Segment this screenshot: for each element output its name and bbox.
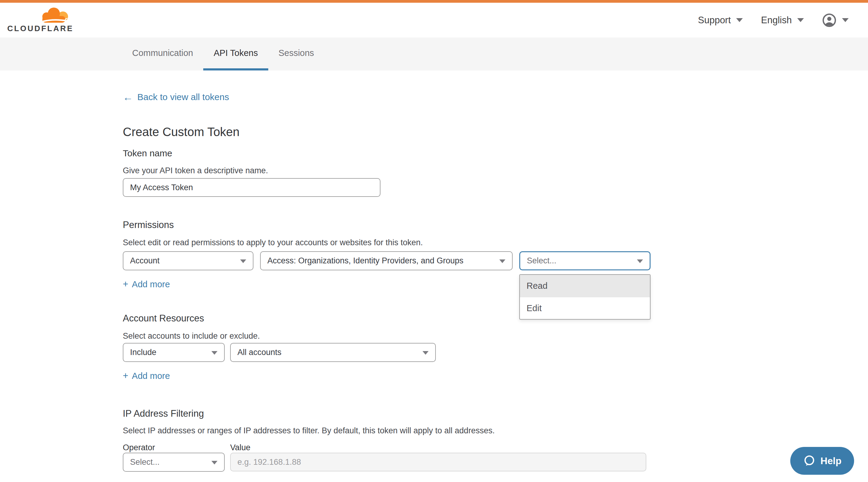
main-content: ← Back to view all tokens Create Custom … xyxy=(0,70,665,472)
ip-filtering-row: Select... xyxy=(123,453,665,472)
permission-group-select[interactable]: Access: Organizations, Identity Provider… xyxy=(260,251,513,270)
access-level-dropdown: Select... Read Edit xyxy=(519,251,651,270)
back-link-label: Back to view all tokens xyxy=(137,92,229,102)
account-resources-add-more-link[interactable]: + Add more xyxy=(123,371,170,381)
chevron-down-icon xyxy=(797,18,804,22)
header: CLOUDFLARE Support English xyxy=(0,3,868,37)
chevron-down-icon xyxy=(211,461,217,464)
tab-communication[interactable]: Communication xyxy=(122,37,203,70)
add-more-label: Add more xyxy=(132,279,170,290)
help-button-label: Help xyxy=(820,455,841,467)
speech-bubble-icon xyxy=(803,454,816,467)
token-name-heading: Token name xyxy=(123,148,665,159)
cloudflare-logo[interactable]: CLOUDFLARE xyxy=(7,7,73,33)
ip-filtering-description: Select IP addresses or ranges of IP addr… xyxy=(123,425,665,436)
chevron-down-icon xyxy=(423,351,429,355)
chevron-down-icon xyxy=(637,259,643,263)
include-exclude-select[interactable]: Include xyxy=(123,343,225,362)
permissions-row: Account Access: Organizations, Identity … xyxy=(123,251,665,270)
language-label: English xyxy=(761,15,792,26)
cloudflare-cloud-icon xyxy=(39,7,70,23)
permissions-description: Select edit or read permissions to apply… xyxy=(123,237,665,248)
access-level-select[interactable]: Select... xyxy=(519,251,651,270)
help-button[interactable]: Help xyxy=(790,447,854,475)
token-name-description: Give your API token a descriptive name. xyxy=(123,165,665,176)
page-title: Create Custom Token xyxy=(123,125,665,139)
operator-value: Select... xyxy=(130,457,160,467)
permission-scope-select[interactable]: Account xyxy=(123,251,253,270)
token-name-input[interactable] xyxy=(123,178,380,197)
account-resources-row: Include All accounts xyxy=(123,343,665,362)
ip-filtering-labels: Operator Value xyxy=(123,442,665,453)
menu-option-edit[interactable]: Edit xyxy=(520,297,650,319)
support-label: Support xyxy=(698,15,731,26)
accounts-value: All accounts xyxy=(238,348,282,357)
chevron-down-icon xyxy=(211,351,217,355)
logo-wordmark: CLOUDFLARE xyxy=(7,24,73,33)
top-accent-bar xyxy=(0,0,868,3)
back-to-tokens-link[interactable]: ← Back to view all tokens xyxy=(123,92,665,102)
ip-filtering-heading: IP Address Filtering xyxy=(123,408,665,419)
plus-icon: + xyxy=(123,371,128,381)
add-more-label: Add more xyxy=(132,371,170,381)
permissions-heading: Permissions xyxy=(123,219,665,231)
tab-bar: Communication API Tokens Sessions xyxy=(0,37,868,70)
value-label: Value xyxy=(230,442,250,453)
access-level-menu: Read Edit xyxy=(519,274,651,320)
ip-value-input[interactable] xyxy=(230,453,646,472)
support-menu[interactable]: Support xyxy=(698,15,743,26)
operator-select[interactable]: Select... xyxy=(123,453,225,472)
header-actions: Support English xyxy=(698,13,849,28)
chevron-down-icon xyxy=(240,259,246,263)
menu-option-read[interactable]: Read xyxy=(520,275,650,297)
operator-label: Operator xyxy=(123,442,225,453)
access-level-value: Select... xyxy=(527,256,557,265)
tab-sessions[interactable]: Sessions xyxy=(268,37,324,70)
permissions-add-more-link[interactable]: + Add more xyxy=(123,279,170,290)
left-arrow-icon: ← xyxy=(123,92,133,102)
plus-icon: + xyxy=(123,279,128,290)
language-menu[interactable]: English xyxy=(761,15,804,26)
accounts-select[interactable]: All accounts xyxy=(230,343,436,362)
include-exclude-value: Include xyxy=(130,348,156,357)
account-resources-description: Select accounts to include or exclude. xyxy=(123,331,665,341)
permission-scope-value: Account xyxy=(130,256,160,265)
chevron-down-icon xyxy=(736,18,743,22)
user-menu[interactable] xyxy=(822,13,849,28)
chevron-down-icon xyxy=(499,259,505,263)
tab-api-tokens[interactable]: API Tokens xyxy=(203,37,268,70)
chevron-down-icon xyxy=(842,18,849,22)
user-avatar-icon xyxy=(822,13,837,28)
permission-group-value: Access: Organizations, Identity Provider… xyxy=(267,256,463,265)
